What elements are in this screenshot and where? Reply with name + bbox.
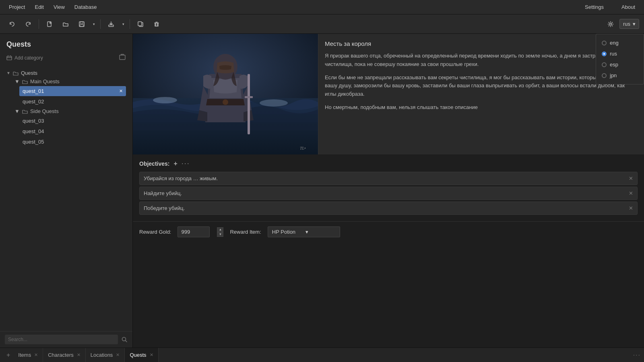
more-tabs-button[interactable]: ···: [633, 352, 641, 359]
add-tab-button[interactable]: +: [3, 352, 13, 359]
sidebar: Quests Add category ▼ Quests ▼: [0, 34, 133, 348]
lang-radio-esp: [602, 62, 607, 67]
tree-item-quest02[interactable]: quest_02: [19, 97, 126, 107]
quest01-close-icon[interactable]: ✕: [119, 88, 123, 94]
quest02-label: quest_02: [23, 99, 44, 105]
svg-point-13: [153, 97, 177, 103]
sidebar-add-icon[interactable]: [119, 53, 126, 62]
bottom-tabs: + Items ✕ Characters ✕ Locations ✕ Quest…: [0, 348, 644, 362]
objectives-header: Objectives: + ···: [139, 159, 638, 168]
language-dropdown: eng rus esp jpn: [596, 34, 644, 84]
tab-characters-close-icon[interactable]: ✕: [77, 352, 80, 358]
add-category-button[interactable]: Add category: [6, 55, 43, 61]
tab-locations[interactable]: Locations ✕: [86, 348, 125, 362]
quest-desc-p2: Если бы мне не запрещали рассказывать ва…: [325, 74, 638, 99]
language-select-button[interactable]: rus ▾: [619, 19, 639, 29]
objectives-more-button[interactable]: ···: [182, 159, 190, 168]
add-objective-button[interactable]: +: [173, 160, 177, 167]
menu-project[interactable]: Project: [4, 0, 30, 14]
toolbar: ▾ ▾ rus ▾ eng rus esp jpn: [0, 14, 644, 34]
reward-item-select[interactable]: HP Potion ▾: [268, 226, 340, 237]
search-input[interactable]: [5, 335, 118, 344]
lang-label-esp: esp: [610, 62, 618, 68]
tree-item-quest03[interactable]: quest_03: [19, 116, 126, 126]
objective-close-2[interactable]: ✕: [629, 190, 633, 196]
quest-image-row: TL• Месть за короля Я призрак вашего отц…: [133, 34, 644, 154]
side-quests-items: quest_03 quest_04 quest_05: [14, 116, 126, 147]
quest03-label: quest_03: [23, 118, 44, 124]
svg-rect-18: [245, 96, 253, 98]
menu-settings[interactable]: Settings: [580, 4, 609, 10]
svg-rect-6: [138, 22, 142, 26]
main-quests-label: Main Quests: [30, 78, 60, 84]
lang-option-rus[interactable]: rus: [596, 48, 644, 59]
tree-item-quest05[interactable]: quest_05: [19, 137, 126, 147]
save-arrow[interactable]: ▾: [91, 18, 97, 31]
quest-desc-p3: Но смертным, подобным вам, нельзя слышат…: [325, 103, 638, 112]
settings-gear-button[interactable]: [603, 18, 618, 31]
lang-option-eng[interactable]: eng: [596, 37, 644, 48]
svg-text:TL•: TL•: [300, 146, 306, 150]
open-button[interactable]: [58, 18, 73, 31]
lang-radio-rus: [602, 51, 607, 56]
svg-point-19: [223, 99, 228, 105]
objective-close-1[interactable]: ✕: [629, 175, 633, 181]
main-quests-arrow-icon: ▼: [14, 78, 20, 84]
quest-description: Я призрак вашего отца, обреченный на опр…: [325, 52, 638, 112]
redo-button[interactable]: [21, 18, 35, 31]
svg-rect-8: [7, 56, 12, 60]
search-icon: [121, 336, 128, 343]
new-button[interactable]: [42, 18, 57, 31]
objective-close-3[interactable]: ✕: [629, 205, 633, 211]
side-quests-arrow-icon: ▼: [14, 108, 20, 114]
spin-down-button[interactable]: ▼: [217, 232, 223, 237]
tree-root-quests[interactable]: ▼ Quests: [6, 69, 126, 77]
root-arrow-icon: ▼: [6, 71, 10, 75]
main-quests-items: quest_01 ✕ quest_02: [14, 86, 126, 107]
objective-row-1: Убирайся из города … живым. ✕: [139, 172, 638, 185]
svg-point-15: [260, 99, 288, 107]
reward-item-arrow-icon: ▾: [305, 229, 336, 235]
menu-edit[interactable]: Edit: [30, 0, 48, 14]
tab-locations-label: Locations: [91, 352, 113, 358]
reward-gold-input[interactable]: [178, 226, 210, 237]
spin-up-button[interactable]: ▲: [217, 227, 223, 232]
objective-text-2: Найдите убийц.: [144, 190, 625, 196]
objectives-section: Objectives: + ··· Убирайся из города … ж…: [133, 154, 644, 221]
menu-view[interactable]: View: [49, 0, 70, 14]
menu-bar: Project Edit View Database Settings Abou…: [0, 0, 644, 14]
lang-radio-eng: [602, 41, 607, 45]
tab-locations-close-icon[interactable]: ✕: [116, 352, 120, 358]
undo-button[interactable]: [5, 18, 19, 31]
tree-item-quest04[interactable]: quest_04: [19, 126, 126, 136]
delete-button[interactable]: [149, 18, 164, 31]
export-arrow[interactable]: ▾: [120, 18, 126, 31]
sidebar-tree: ▼ Quests ▼ Main Quests quest_01 ✕: [0, 64, 132, 331]
menu-database[interactable]: Database: [70, 0, 102, 14]
toolbar-separator-3: [130, 19, 130, 29]
tab-items[interactable]: Items ✕: [13, 348, 43, 362]
tab-characters[interactable]: Characters ✕: [43, 348, 86, 362]
tree-sub-main: ▼ Main Quests quest_01 ✕ quest_02: [6, 77, 126, 147]
tab-quests-close-icon[interactable]: ✕: [150, 352, 153, 358]
lang-dropdown-arrow: ▾: [633, 21, 636, 27]
save-button[interactable]: [74, 18, 89, 31]
tab-quests[interactable]: Quests ✕: [125, 348, 158, 362]
reward-section: Reward Gold: ▲ ▼ Reward Item: HP Potion …: [133, 221, 644, 242]
lang-option-esp[interactable]: esp: [596, 59, 644, 70]
tree-item-quest01[interactable]: quest_01 ✕: [19, 86, 126, 96]
tree-group-main-quests[interactable]: ▼ Main Quests: [14, 77, 126, 86]
sidebar-title: Quests: [0, 34, 132, 52]
export-button[interactable]: [104, 18, 118, 31]
objective-row-3: Победите убийц. ✕: [139, 202, 638, 215]
tree-group-side-quests[interactable]: ▼ Side Quests: [14, 107, 126, 115]
copy-button[interactable]: [133, 18, 148, 31]
menu-about[interactable]: About: [617, 4, 640, 10]
sidebar-search: [0, 331, 132, 348]
tab-items-close-icon[interactable]: ✕: [34, 352, 38, 358]
reward-gold-spinner: ▲ ▼: [217, 227, 223, 237]
sidebar-actions: Add category: [0, 52, 132, 64]
quest-image: TL•: [133, 34, 318, 154]
svg-point-7: [609, 23, 611, 25]
lang-option-jpn[interactable]: jpn: [596, 70, 644, 81]
